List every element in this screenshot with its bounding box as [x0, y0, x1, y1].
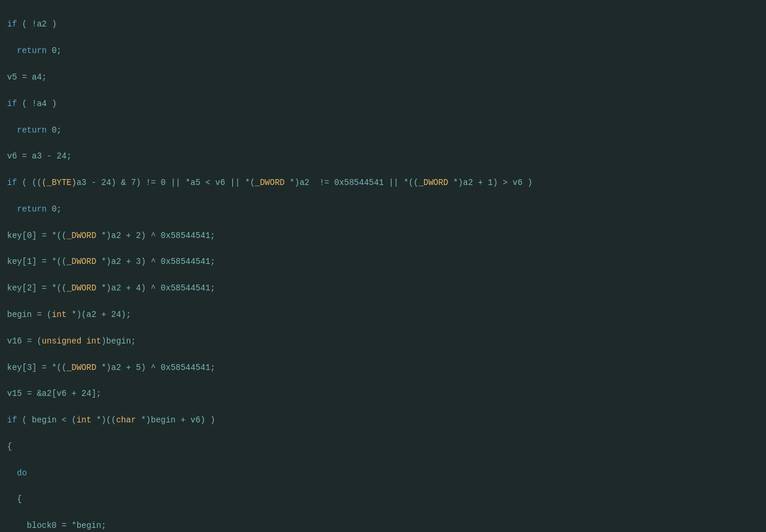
line-4: if ( !a4 )	[7, 97, 759, 110]
line-1: if ( !a2 )	[7, 18, 759, 31]
line-18: do	[7, 467, 759, 480]
line-20: block0 = *begin;	[7, 519, 759, 532]
line-9: key[0] = *((_DWORD *)a2 + 2) ^ 0x5854454…	[7, 229, 759, 242]
line-3: v5 = a4;	[7, 71, 759, 84]
line-10: key[1] = *((_DWORD *)a2 + 3) ^ 0x5854454…	[7, 255, 759, 268]
line-19: {	[7, 493, 759, 505]
line-12: begin = (int *)(a2 + 24);	[7, 308, 759, 321]
line-16: if ( begin < (int *)((char *)begin + v6)…	[7, 414, 759, 427]
line-11: key[2] = *((_DWORD *)a2 + 4) ^ 0x5854454…	[7, 282, 759, 295]
line-5: return 0;	[7, 124, 759, 137]
line-2: return 0;	[7, 44, 759, 57]
line-14: key[3] = *((_DWORD *)a2 + 5) ^ 0x5854454…	[7, 361, 759, 374]
line-8: return 0;	[7, 203, 759, 216]
code-container: if ( !a2 ) return 0; v5 = a4; if ( !a4 )…	[7, 5, 759, 532]
line-7: if ( (((_BYTE)a3 - 24) & 7) != 0 || *a5 …	[7, 176, 759, 189]
line-17: {	[7, 440, 759, 453]
line-6: v6 = a3 - 24;	[7, 150, 759, 163]
line-13: v16 = (unsigned int)begin;	[7, 335, 759, 348]
line-15: v15 = &a2[v6 + 24];	[7, 387, 759, 400]
